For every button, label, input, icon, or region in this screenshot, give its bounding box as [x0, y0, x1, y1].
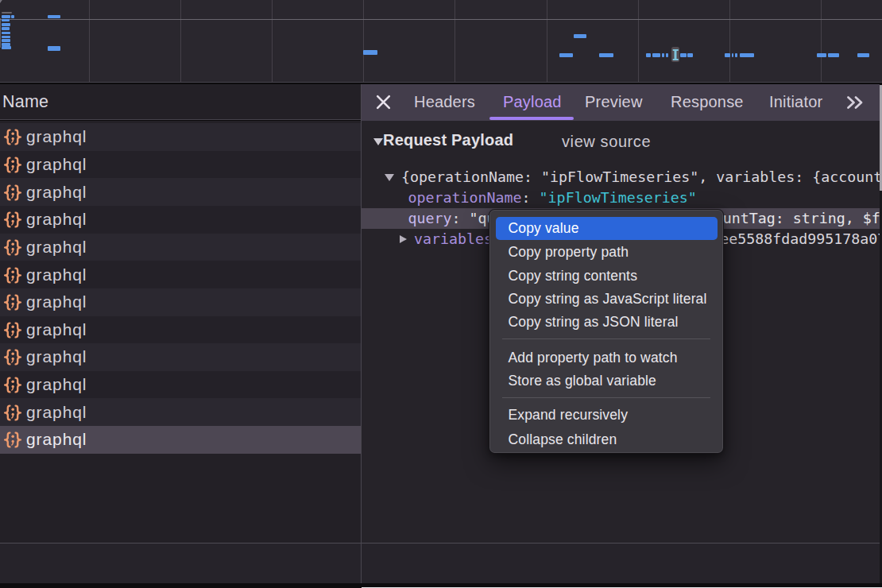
overview-request-bar	[2, 39, 10, 42]
overview-request-bar	[11, 15, 14, 18]
request-name: graphql	[26, 288, 87, 316]
overview-left-edge-line	[0, 18, 1, 48]
prop-key: query	[408, 210, 452, 226]
request-row-graphql[interactable]: graphql	[0, 206, 361, 234]
overview-request-bar	[2, 23, 10, 26]
chevron-double-right-icon	[846, 96, 864, 109]
fetch-xhr-icon	[4, 129, 21, 145]
request-type-icon	[4, 157, 21, 172]
prop-colon: :	[522, 189, 540, 206]
marker-cap-top	[673, 49, 679, 51]
request-name: graphql	[26, 261, 87, 288]
overview-gridline	[180, 0, 181, 82]
request-type-icon	[4, 294, 21, 310]
menu-separator	[502, 338, 710, 339]
overview-request-bar	[687, 53, 693, 57]
tab-payload[interactable]: Payload	[503, 84, 562, 121]
close-details-button[interactable]	[376, 94, 391, 111]
overview-request-bar	[599, 53, 613, 57]
details-tab-bar: HeadersPayloadPreviewResponseInitiator	[362, 84, 880, 121]
request-type-icon	[4, 404, 21, 420]
tab-response[interactable]: Response	[671, 84, 744, 121]
overview-gridline	[729, 0, 730, 82]
request-row-graphql[interactable]: graphql	[0, 178, 361, 206]
prop-value: "ipFlowTimeseries"	[540, 189, 697, 206]
request-type-icon	[4, 129, 21, 145]
view-source-link[interactable]: view source	[562, 133, 651, 151]
overview-request-bar	[2, 32, 10, 35]
menu-item-collapse-children[interactable]: Collapse children	[496, 428, 718, 451]
overview-gridline	[638, 0, 639, 82]
fetch-xhr-icon	[4, 377, 21, 393]
request-name: graphql	[26, 178, 87, 206]
request-payload-section-header: Request Payload view source	[362, 121, 880, 153]
overview-request-bar	[646, 53, 652, 57]
request-name: graphql	[26, 316, 87, 344]
overview-request-bar	[666, 53, 668, 57]
collapse-triangle-icon[interactable]	[385, 174, 394, 181]
more-tabs-button[interactable]	[846, 84, 864, 121]
panel-divider[interactable]	[361, 84, 362, 587]
request-type-icon	[4, 239, 21, 255]
request-row-graphql[interactable]: graphql	[0, 343, 361, 371]
overview-request-bar	[817, 53, 827, 57]
overview-gridline	[821, 0, 822, 82]
overview-row-line	[0, 19, 882, 20]
prop-colon: :	[452, 210, 470, 226]
request-row-graphql[interactable]: graphql	[0, 398, 361, 426]
request-name: graphql	[26, 426, 87, 454]
request-name: graphql	[26, 371, 87, 399]
overview-request-bar	[828, 53, 840, 57]
overview-selected-marker	[671, 47, 679, 61]
name-column-header[interactable]: Name	[0, 84, 361, 120]
overview-gridline	[89, 0, 90, 82]
prop-key: operationName	[408, 189, 522, 206]
menu-item-copy-string-contents[interactable]: Copy string contents	[496, 265, 718, 288]
overview-gridline	[363, 0, 364, 82]
fetch-xhr-icon	[4, 239, 21, 256]
request-name: graphql	[26, 123, 87, 151]
menu-item-store-as-global-variable[interactable]: Store as global variable	[496, 369, 718, 393]
tab-headers[interactable]: Headers	[414, 84, 475, 121]
menu-item-copy-value[interactable]: Copy value	[496, 217, 718, 240]
overview-request-bar	[680, 53, 687, 57]
fetch-xhr-icon	[4, 322, 21, 338]
close-icon	[376, 94, 391, 111]
menu-item-copy-string-as-javascript-literal[interactable]: Copy string as JavaScript literal	[496, 288, 718, 311]
request-row-graphql[interactable]: graphql	[0, 288, 361, 316]
menu-item-copy-string-as-json-literal[interactable]: Copy string as JSON literal	[496, 311, 718, 334]
request-row-graphql[interactable]: graphql	[0, 371, 361, 399]
fetch-xhr-icon	[4, 267, 21, 284]
fetch-xhr-icon	[4, 349, 21, 366]
menu-item-copy-property-path[interactable]: Copy property path	[496, 241, 718, 264]
section-collapse-triangle-icon[interactable]	[373, 138, 383, 145]
overview-request-bar	[735, 53, 737, 57]
overview-request-bar	[559, 53, 573, 57]
network-overview-strip[interactable]	[0, 0, 882, 83]
overview-gridline	[272, 0, 273, 82]
expand-triangle-icon[interactable]	[400, 235, 407, 243]
overview-request-bar	[2, 27, 10, 30]
request-type-icon	[4, 322, 21, 338]
overview-request-bar	[725, 53, 730, 57]
overview-request-bar	[857, 53, 869, 57]
overview-request-bar	[740, 53, 754, 57]
request-row-graphql[interactable]: graphql	[0, 316, 361, 344]
tab-initiator[interactable]: Initiator	[769, 84, 822, 121]
menu-item-expand-recursively[interactable]: Expand recursively	[496, 404, 718, 427]
request-name: graphql	[26, 343, 87, 371]
request-name: graphql	[26, 151, 87, 179]
overview-request-bar	[2, 36, 10, 39]
overview-request-bar	[2, 15, 10, 19]
payload-root-row[interactable]: {operationName: "ipFlowTimeseries", vari…	[362, 167, 880, 188]
request-row-graphql[interactable]: graphql	[0, 123, 361, 151]
payload-prop-operationname[interactable]: operationName: "ipFlowTimeseries"	[362, 188, 880, 208]
request-row-graphql[interactable]: graphql	[0, 234, 361, 261]
request-row-graphql[interactable]: graphql	[0, 261, 361, 288]
request-row-graphql[interactable]: graphql	[0, 426, 361, 454]
overview-request-bar	[48, 46, 60, 50]
tab-preview[interactable]: Preview	[585, 84, 643, 121]
request-row-graphql[interactable]: graphql	[0, 151, 361, 179]
context-menu: Copy valueCopy property pathCopy string …	[489, 210, 723, 453]
menu-item-add-property-path-to-watch[interactable]: Add property path to watch	[496, 346, 718, 369]
